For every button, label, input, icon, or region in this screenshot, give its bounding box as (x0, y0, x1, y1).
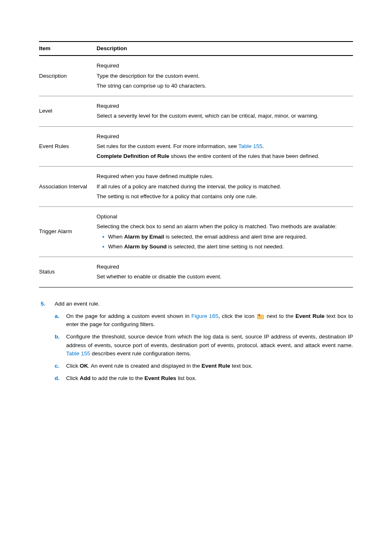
description-line: Required (97, 263, 349, 271)
bold-text: Event Rule (295, 313, 325, 319)
description-line: Required (97, 62, 349, 70)
bold-text: Alarm by Email (124, 234, 164, 240)
description-line: Type the description for the custom even… (97, 72, 349, 80)
sub-step: b.Configure the threshold, source device… (55, 333, 353, 358)
description-cell: Required when you have defined multiple … (97, 167, 353, 207)
item-cell: Level (39, 96, 97, 127)
description-cell: RequiredSelect a severity level for the … (97, 96, 353, 127)
description-cell: OptionalSelecting the check box to send … (97, 207, 353, 257)
item-cell: Status (39, 257, 97, 287)
link-ref[interactable]: Figure 165 (191, 313, 219, 319)
description-line: Required (97, 132, 349, 141)
step-number: 5. (39, 300, 55, 308)
svg-rect-0 (257, 315, 264, 319)
sub-step-content: On the page for adding a custom event sh… (66, 312, 353, 329)
description-line: Complete Definition of Rule shows the en… (97, 152, 349, 160)
table-row: StatusRequiredSet whether to enable or d… (39, 257, 353, 287)
sub-step: a.On the page for adding a custom event … (55, 312, 353, 329)
config-table: Item Description DescriptionRequiredType… (39, 41, 353, 287)
header-item: Item (39, 42, 97, 56)
table-row: DescriptionRequiredType the description … (39, 56, 353, 96)
description-line: Optional (97, 213, 349, 221)
table-row: LevelRequiredSelect a severity level for… (39, 96, 353, 127)
bold-text: Complete Definition of Rule (97, 153, 169, 159)
description-cell: RequiredType the description for the cus… (97, 56, 353, 96)
header-description: Description (97, 42, 353, 56)
folder-icon (257, 314, 264, 319)
item-cell: Trigger Alarm (39, 207, 97, 257)
sub-step-content: Click Add to add the rule to the Event R… (66, 374, 353, 382)
sub-step-letter: a. (55, 312, 66, 329)
sub-step-letter: d. (55, 374, 66, 382)
bold-text: Alarm by Sound (124, 243, 167, 250)
sub-step: d.Click Add to add the rule to the Event… (55, 374, 353, 382)
bullet-list: When Alarm by Email is selected, the ema… (102, 233, 349, 251)
step-text: Add an event rule. (55, 300, 353, 308)
table-row: Association IntervalRequired when you ha… (39, 167, 353, 207)
bold-text: OK (80, 363, 88, 369)
sub-step: c.Click OK. An event rule is created and… (55, 362, 353, 370)
description-line: Required (97, 102, 349, 110)
bold-text: Add (80, 375, 90, 381)
link-ref[interactable]: Table 155 (66, 350, 90, 357)
description-line: Select a severity level for the custom e… (97, 112, 349, 120)
item-cell: Description (39, 56, 97, 96)
sub-step-content: Click OK. An event rule is created and d… (66, 362, 353, 370)
table-row: Event RulesRequiredSet rules for the cus… (39, 126, 353, 167)
bullet-item: When Alarm by Email is selected, the ema… (102, 233, 349, 241)
description-line: Selecting the check box to send an alarm… (97, 222, 349, 231)
bullet-item: When Alarm by Sound is selected, the ale… (102, 243, 349, 251)
link-ref[interactable]: Table 155 (238, 143, 263, 149)
description-line: The setting is not effective for a polic… (97, 192, 349, 201)
bold-text: Event Rules (145, 375, 176, 381)
description-line: Set whether to enable or disable the cus… (97, 273, 349, 281)
item-cell: Event Rules (39, 126, 97, 167)
item-cell: Association Interval (39, 167, 97, 207)
step-5: 5. Add an event rule. (39, 300, 353, 308)
sub-step-letter: b. (55, 333, 66, 358)
description-cell: RequiredSet rules for the custom event. … (97, 126, 353, 167)
description-line: If all rules of a policy are matched dur… (97, 183, 349, 191)
bold-text: Event Rule (201, 363, 230, 369)
description-cell: RequiredSet whether to enable or disable… (97, 257, 353, 287)
description-line: Required when you have defined multiple … (97, 172, 349, 181)
description-line: Set rules for the custom event. For more… (97, 142, 349, 151)
sub-step-content: Configure the threshold, source device f… (66, 333, 353, 358)
sub-step-letter: c. (55, 362, 66, 370)
description-line: The string can comprise up to 40 charact… (97, 82, 349, 90)
table-row: Trigger AlarmOptionalSelecting the check… (39, 207, 353, 257)
